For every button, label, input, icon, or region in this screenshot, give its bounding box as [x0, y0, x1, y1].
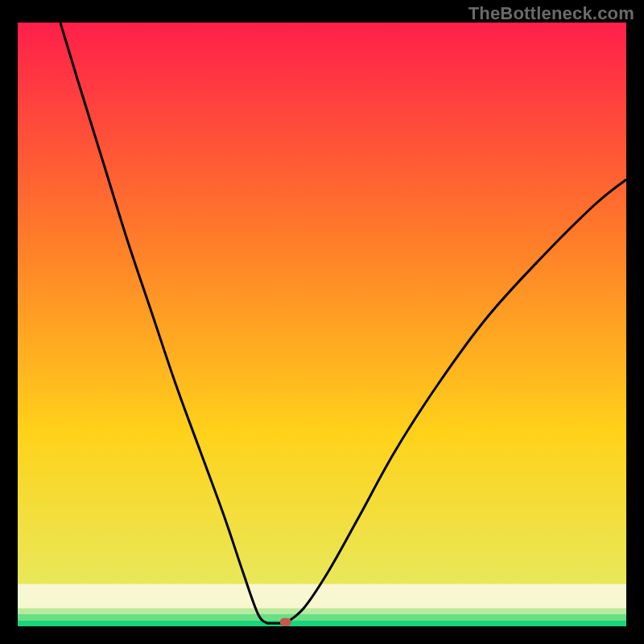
band — [18, 614, 626, 621]
band — [18, 609, 626, 615]
watermark-text: TheBottleneck.com — [469, 3, 634, 24]
plot-area — [18, 23, 626, 626]
band — [18, 584, 626, 609]
optimal-marker — [280, 618, 291, 626]
chart-svg — [18, 23, 626, 626]
chart-frame: TheBottleneck.com — [0, 0, 644, 644]
gradient-background — [18, 23, 626, 626]
bottom-bands — [18, 584, 626, 627]
band — [18, 621, 626, 627]
